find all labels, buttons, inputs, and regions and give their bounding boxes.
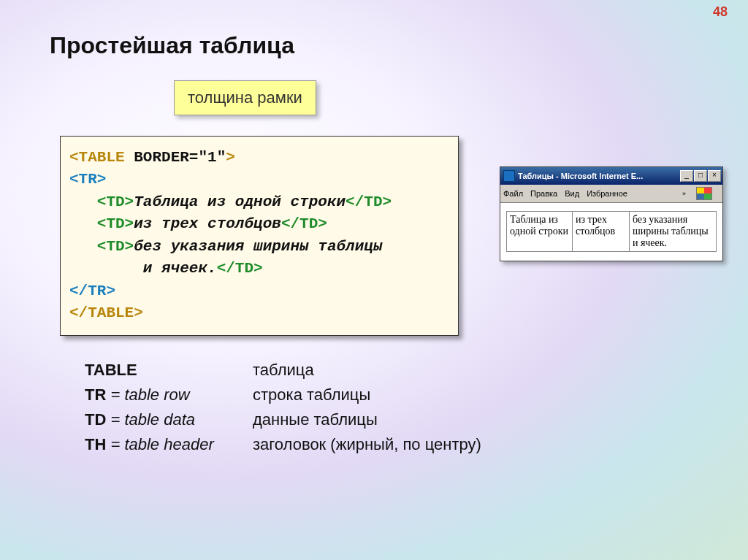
def-ru: данные таблицы xyxy=(253,407,378,432)
ie-icon xyxy=(503,170,515,182)
chevron-icon[interactable]: » xyxy=(682,190,686,197)
definition-row: TR = table row строка таблицы xyxy=(85,383,481,407)
definition-row: TABLE таблица xyxy=(85,358,481,383)
def-ru: строка таблицы xyxy=(253,383,370,407)
code-token: </TD> xyxy=(217,260,263,277)
code-text: и ячеек. xyxy=(69,260,217,277)
definition-row: TD = table data данные таблицы xyxy=(85,407,481,432)
code-token: BORDER="1" xyxy=(134,149,226,166)
menu-item-file[interactable]: Файл xyxy=(503,189,523,198)
browser-client-area: Таблица из одной строки из трех столбцов… xyxy=(500,203,722,261)
def-en: = table row xyxy=(106,386,189,404)
slide-title: Простейшая таблица xyxy=(50,32,294,59)
table-row: Таблица из одной строки из трех столбцов… xyxy=(507,212,717,252)
code-token: <TR> xyxy=(69,171,106,188)
callout: толщина рамки xyxy=(174,80,316,115)
code-token: </TABLE> xyxy=(69,304,143,321)
table-cell: из трех столбцов xyxy=(573,212,630,252)
code-text: без указания ширины таблицы xyxy=(134,238,382,255)
code-token: <TD> xyxy=(97,238,134,255)
definition-row: TH = table header заголовок (жирный, по … xyxy=(85,432,481,457)
definitions-list: TABLE таблица TR = table row строка табл… xyxy=(85,358,481,457)
menu-item-view[interactable]: Вид xyxy=(565,189,579,198)
code-token: <TD> xyxy=(97,215,134,232)
def-ru: таблица xyxy=(253,358,314,383)
code-token: <TD> xyxy=(97,193,134,210)
code-token: <TABLE xyxy=(69,149,134,166)
browser-window: Таблицы - Microsoft Internet E... _ □ × … xyxy=(500,166,723,261)
callout-label: толщина рамки xyxy=(174,80,316,115)
close-button[interactable]: × xyxy=(708,170,721,182)
windows-logo-icon xyxy=(696,187,712,200)
code-token: </TD> xyxy=(281,215,327,232)
def-ru: заголовок (жирный, по центру) xyxy=(253,432,481,457)
menu-bar: Файл Правка Вид Избранное » xyxy=(500,185,722,203)
def-tag: TABLE xyxy=(85,361,137,379)
code-token: > xyxy=(226,149,235,166)
table-cell: без указания ширины таблицы и ячеек. xyxy=(629,212,716,252)
def-tag: TD xyxy=(85,410,106,429)
minimize-button[interactable]: _ xyxy=(680,170,693,182)
code-text: Таблица из одной строки xyxy=(134,193,346,210)
maximize-button[interactable]: □ xyxy=(694,170,707,182)
def-en: = table data xyxy=(106,410,195,429)
def-en: = table header xyxy=(106,435,213,453)
window-title: Таблицы - Microsoft Internet E... xyxy=(518,172,680,180)
window-titlebar: Таблицы - Microsoft Internet E... _ □ × xyxy=(500,167,722,185)
code-text: из трех столбцов xyxy=(134,215,281,232)
code-token: </TD> xyxy=(346,193,392,210)
menu-item-favorites[interactable]: Избранное xyxy=(587,189,627,198)
menu-item-edit[interactable]: Правка xyxy=(530,189,557,198)
def-tag: TH xyxy=(85,435,106,453)
code-token: </TR> xyxy=(69,283,115,299)
table-cell: Таблица из одной строки xyxy=(507,212,573,252)
page-number: 48 xyxy=(713,4,728,20)
def-tag: TR xyxy=(85,386,106,404)
code-block: <TABLE BORDER="1"> <TR> <TD>Таблица из о… xyxy=(60,136,459,336)
rendered-table: Таблица из одной строки из трех столбцов… xyxy=(506,211,717,252)
